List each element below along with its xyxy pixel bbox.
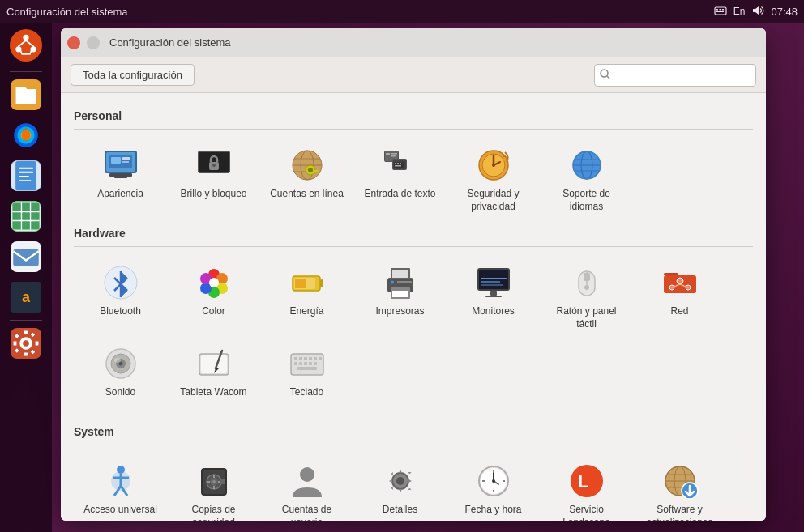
svg-rect-98 (485, 296, 502, 297)
item-color[interactable]: Color (167, 257, 260, 338)
sonido-icon (101, 344, 140, 383)
red-icon (661, 263, 699, 302)
svg-rect-132 (297, 367, 317, 370)
impresoras-icon (381, 263, 420, 302)
item-monitores[interactable]: Monitores (447, 257, 540, 338)
cuentas-usuario-icon (288, 462, 327, 500)
language-panel-indicator[interactable]: En (733, 6, 746, 17)
launcher-files[interactable] (6, 75, 45, 114)
svg-rect-51 (391, 155, 396, 157)
svg-point-160 (492, 479, 495, 483)
item-impresoras[interactable]: Impresoras (353, 257, 447, 338)
hardware-separator (74, 246, 753, 247)
svg-rect-15 (19, 176, 29, 177)
monitores-label: Monitores (472, 305, 515, 318)
svg-rect-14 (19, 172, 33, 173)
all-config-button[interactable]: Toda la configuración (71, 64, 195, 86)
launcher-firefox[interactable] (6, 116, 45, 155)
raton-label: Ratón y panel táctil (546, 305, 627, 330)
fecha-label: Fecha y hora (464, 504, 521, 517)
svg-rect-3 (722, 9, 724, 11)
item-energia[interactable]: Energía (260, 257, 353, 338)
cuentas-icon (288, 146, 327, 185)
impresoras-label: Impresoras (375, 305, 424, 318)
svg-rect-126 (319, 357, 322, 360)
settings-launcher-icon (11, 328, 41, 359)
content-area: Personal (61, 93, 766, 521)
top-panel: Configuración del sistema En (0, 0, 804, 23)
copias-label: Copias de seguridad (173, 504, 254, 521)
panel-left: Configuración del sistema (6, 6, 128, 18)
svg-point-143 (212, 480, 216, 483)
keyboard-panel-icon[interactable] (714, 4, 727, 19)
svg-point-115 (114, 358, 121, 363)
svg-rect-22 (13, 249, 39, 266)
svg-rect-30 (111, 157, 121, 164)
svg-rect-101 (584, 273, 590, 281)
item-copias[interactable]: Copias de seguridad (167, 455, 260, 521)
window-title: Configuración del sistema (109, 36, 231, 49)
item-soporte[interactable]: Soporte de idiomas (540, 139, 633, 220)
item-detalles[interactable]: Detalles (353, 455, 447, 521)
svg-rect-84 (295, 279, 306, 288)
hardware-grid: Bluetooth (74, 257, 753, 419)
item-cuentas[interactable]: Cuentas en línea (260, 139, 353, 220)
svg-rect-57 (400, 163, 401, 164)
item-seguridad[interactable]: Seguridad y privacidad (447, 139, 540, 220)
svg-rect-121 (294, 357, 297, 360)
energia-icon (288, 263, 327, 302)
svg-rect-1 (716, 9, 718, 11)
svg-rect-128 (299, 362, 302, 365)
software-icon (661, 462, 699, 500)
volume-panel-icon[interactable] (751, 4, 764, 19)
software-label: Software y actualizaciones (639, 504, 721, 521)
item-brillo[interactable]: Brillo y bloqueo (167, 139, 260, 220)
item-apariencia[interactable]: Apariencia (74, 139, 167, 220)
landscape-icon: L (567, 462, 606, 500)
launcher-settings[interactable] (6, 324, 45, 363)
panel-time: 07:48 (771, 6, 798, 18)
svg-rect-89 (392, 291, 408, 297)
launcher-calc[interactable] (6, 197, 45, 236)
svg-rect-58 (395, 165, 401, 167)
launcher-amazon[interactable]: a (6, 278, 45, 317)
launcher-divider-1 (10, 71, 42, 72)
entrada-icon (381, 146, 420, 185)
svg-rect-56 (397, 163, 399, 164)
launcher-writer[interactable] (6, 156, 45, 195)
svg-rect-31 (122, 157, 130, 160)
apariencia-label: Apariencia (97, 188, 143, 201)
item-raton[interactable]: Ratón y panel táctil (540, 257, 633, 338)
search-input[interactable] (594, 64, 756, 87)
launcher-mail[interactable] (6, 237, 45, 276)
svg-rect-129 (304, 362, 307, 365)
svg-rect-50 (391, 153, 397, 155)
item-acceso[interactable]: Acceso universal (74, 455, 167, 521)
bluetooth-icon (101, 263, 140, 302)
item-landscape[interactable]: L Servicio Landscape (540, 455, 633, 521)
item-entrada[interactable]: Entrada de texto (353, 139, 447, 220)
writer-icon (11, 160, 41, 191)
item-teclado[interactable]: Teclado (260, 338, 353, 419)
svg-point-43 (308, 168, 313, 172)
copias-icon (195, 462, 233, 500)
close-button[interactable] (67, 36, 80, 49)
item-tableta[interactable]: Tableta Wacom (167, 338, 260, 419)
item-cuentas-usuario[interactable]: Cuentas de usuario (260, 455, 353, 521)
launcher-ubuntu[interactable] (6, 26, 45, 65)
item-sonido[interactable]: Sonido (74, 338, 167, 419)
svg-point-151 (396, 477, 404, 485)
svg-rect-96 (481, 284, 503, 286)
minimize-button[interactable] (87, 36, 100, 49)
item-bluetooth[interactable]: Bluetooth (74, 257, 167, 338)
svg-rect-4 (716, 11, 724, 12)
svg-point-80 (209, 278, 219, 287)
detalles-icon (381, 462, 420, 500)
item-fecha[interactable]: Fecha y hora (447, 455, 540, 521)
item-red[interactable]: Red (633, 257, 726, 338)
svg-rect-94 (481, 278, 507, 279)
acceso-icon (101, 462, 140, 500)
svg-rect-95 (481, 281, 500, 283)
item-software[interactable]: Software y actualizaciones (633, 455, 726, 521)
monitores-icon (474, 263, 513, 302)
